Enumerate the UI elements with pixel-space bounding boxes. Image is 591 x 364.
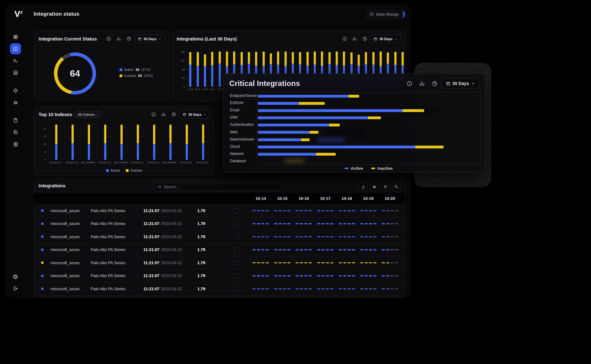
days-label: 30 Days — [143, 37, 157, 41]
trend-dash — [382, 262, 385, 264]
bar-chart-icon[interactable] — [417, 78, 427, 89]
row-checkbox[interactable] — [234, 208, 239, 213]
row-checkbox[interactable] — [234, 273, 239, 278]
column-header-date: 10-14 — [250, 196, 272, 201]
sidebar-item-target[interactable] — [10, 85, 21, 96]
trend-dash — [391, 275, 394, 276]
table-header: 10-1410-1510-1610-1710-1810-1910-20 — [34, 193, 405, 204]
integration-type: Palo Alto PA Series — [91, 221, 143, 226]
y-axis-label: 24 — [38, 135, 46, 138]
sidebar-item-analytics[interactable] — [10, 67, 21, 78]
pie-chart-icon[interactable] — [360, 35, 369, 43]
checkbox-cell — [227, 221, 250, 226]
info-icon[interactable] — [404, 78, 415, 89]
pie-chart-icon[interactable] — [125, 35, 133, 43]
pie-chart-icon[interactable] — [429, 78, 440, 89]
trend-cell — [272, 275, 293, 276]
trend-dash — [283, 262, 286, 264]
tenant-button[interactable]: Tenant — [365, 9, 393, 19]
bar-segment-inactive — [380, 51, 382, 66]
row-checkbox[interactable] — [234, 221, 239, 226]
legend-swatch-active — [120, 68, 122, 71]
bar-segment-inactive — [137, 125, 139, 143]
table-row[interactable]: microsoft_azurePalo Alto PA Series11:21:… — [34, 204, 405, 217]
table-row[interactable]: microsoft_azurePalo Alto PA Series11:21:… — [34, 269, 405, 282]
category-label: Web — [230, 128, 257, 136]
row-checkbox[interactable] — [234, 234, 239, 239]
row-checkbox[interactable] — [234, 286, 239, 291]
days-filter-button[interactable]: 30 Days — [370, 35, 401, 43]
days-filter-button[interactable]: 30 Days — [442, 78, 480, 89]
table-row[interactable]: microsoft_azurePalo Alto PA Series11:21:… — [34, 230, 405, 243]
panel-integrations-table: Integrations 10-1410-1510-1610-1710-1810… — [34, 179, 405, 297]
info-icon[interactable] — [104, 35, 113, 43]
badge-label: All Indexes — [78, 113, 95, 116]
search-input[interactable] — [164, 185, 279, 189]
trend-dash — [279, 236, 282, 238]
bar-chart-icon[interactable] — [350, 35, 359, 43]
bar-segment-inactive — [169, 125, 172, 143]
sidebar-item-documents[interactable] — [10, 127, 21, 138]
sidebar-item-logout[interactable] — [10, 283, 21, 294]
info-icon[interactable] — [149, 110, 157, 119]
trend-cell — [272, 249, 293, 250]
sidebar-item-threats[interactable] — [10, 97, 21, 108]
row-checkbox[interactable] — [234, 260, 239, 265]
bar-chart-icon[interactable] — [114, 35, 123, 43]
trend-cell — [379, 275, 401, 276]
pie-chart-icon[interactable] — [169, 110, 178, 119]
integration-name: microsoft_azure — [51, 234, 91, 239]
sidebar-item-checklist[interactable] — [10, 55, 21, 66]
timestamp-cell: 11:21:072023-03-22 — [143, 234, 197, 239]
trend-dash — [296, 288, 299, 290]
sidebar-item-assets[interactable] — [10, 115, 21, 126]
trend-dash — [257, 210, 260, 211]
legend-label: Inactive — [130, 169, 142, 172]
table-row[interactable]: microsoft_azurePalo Alto PA Series11:21:… — [34, 217, 405, 230]
trend-dash — [386, 249, 389, 250]
timestamp-time: 11:21:07 — [143, 208, 159, 213]
x-axis-label: 11-19 — [209, 88, 216, 90]
x-axis-label: aws_metadata... — [81, 161, 97, 163]
trend-dash — [279, 288, 282, 290]
trend-dash — [382, 275, 385, 276]
y-axis-label: 80 — [177, 68, 185, 71]
table-row[interactable]: microsoft_azurePalo Alto PA Series11:21:… — [34, 295, 405, 298]
sidebar-item-dashboard[interactable] — [10, 31, 21, 42]
sidebar-item-contacts[interactable] — [10, 139, 21, 150]
days-filter-button[interactable]: 30 Days — [135, 35, 165, 43]
trend-dash — [360, 275, 363, 276]
trend-dash — [348, 275, 351, 276]
value-cell: 1.79 — [197, 234, 227, 239]
row-checkbox[interactable] — [234, 247, 239, 252]
trend-dash — [339, 210, 342, 211]
bar-segment-active — [153, 144, 155, 160]
category-label: Endpoint/Server — [230, 92, 257, 99]
sidebar-item-settings[interactable]: ⚙ — [10, 271, 21, 282]
trend-dash — [283, 223, 286, 224]
avatar[interactable] — [396, 10, 405, 19]
timestamp-cell: 11:21:072023-03-22 — [143, 273, 197, 278]
trend-dash — [257, 275, 260, 276]
bar-segment-active — [120, 144, 123, 160]
sidebar-item-integration-status[interactable] — [10, 43, 21, 54]
days-filter-button[interactable]: 30 Days — [179, 110, 210, 119]
trend-dash — [360, 288, 363, 290]
download-icon[interactable] — [359, 183, 368, 191]
trend-cell — [358, 275, 379, 276]
info-icon[interactable] — [340, 35, 349, 43]
bar-chart-icon[interactable] — [159, 110, 168, 119]
trend-dash — [326, 236, 329, 238]
trend-dash — [360, 249, 363, 250]
filter-icon[interactable] — [381, 183, 390, 191]
all-indexes-badge[interactable]: All Indexes — [75, 111, 102, 118]
trend-cell — [358, 249, 379, 250]
table-row[interactable]: microsoft_azurePalo Alto PA Series11:21:… — [34, 243, 405, 256]
filter-clear-icon[interactable] — [392, 183, 401, 191]
hbar-segment-active — [258, 131, 310, 134]
hbar-row — [257, 114, 480, 121]
table-row[interactable]: microsoft_azurePalo Alto PA Series11:21:… — [34, 282, 405, 295]
brand-logo[interactable]: VX — [14, 9, 22, 19]
sliders-icon[interactable] — [370, 183, 379, 191]
table-row[interactable]: microsoft_azurePalo Alto PA Series11:21:… — [34, 256, 405, 269]
